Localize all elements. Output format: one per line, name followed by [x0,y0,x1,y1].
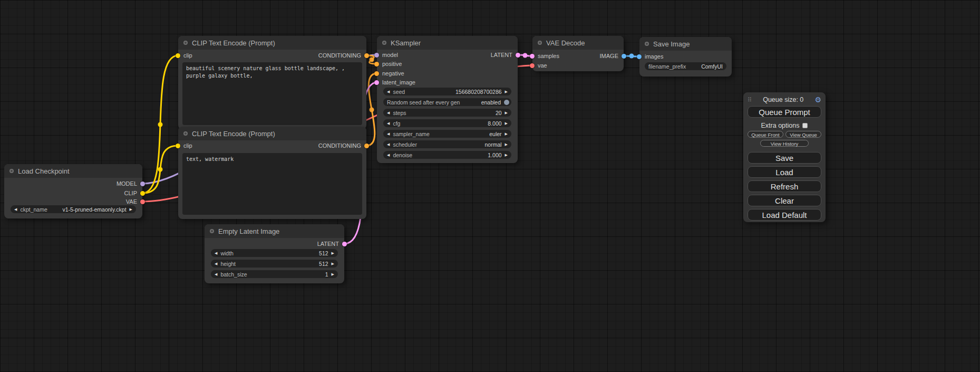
input-slot-latent-image[interactable]: latent_image [374,78,415,87]
collapse-dot-icon[interactable] [183,131,188,136]
increment-arrow-icon[interactable]: ▶ [332,251,334,255]
save-image-node[interactable]: Save Image images filename_prefix ComfyU… [639,37,732,77]
output-slot-latent[interactable]: LATENT [491,51,520,59]
clip-slot-dot[interactable] [176,144,180,148]
image-slot-dot[interactable] [637,54,642,59]
decrement-arrow-icon[interactable]: ◀ [215,262,217,265]
refresh-button[interactable]: Refresh [748,180,821,192]
link-midpoint-dot[interactable] [629,54,634,59]
collapse-dot-icon[interactable] [538,41,542,45]
save-button[interactable]: Save [748,152,821,164]
clip-text-encode-negative-node[interactable]: CLIP Text Encode (Prompt) clip CONDITION… [178,127,366,219]
image-slot-dot[interactable] [622,54,626,59]
random-seed-toggle-widget[interactable]: Random seed after every gen enabled [383,98,511,106]
collapse-dot-icon[interactable] [645,42,649,46]
node-title-bar[interactable]: Load Checkpoint [4,164,142,178]
ckpt-name-widget[interactable]: ◀ ckpt_name v1-5-pruned-emaonly.ckpt ▶ [11,205,136,213]
extra-options-checkbox[interactable] [802,123,808,128]
positive-prompt-textarea[interactable]: beautiful scenery nature glass bottle la… [182,62,362,125]
node-title-bar[interactable]: VAE Decode [532,36,624,50]
output-slot-conditioning[interactable]: CONDITIONING [318,51,369,60]
link-midpoint-dot[interactable] [370,108,374,112]
vae-decode-node[interactable]: VAE Decode samples vae IMAGE [532,36,624,71]
collapse-dot-icon[interactable] [9,169,14,173]
decrement-arrow-icon[interactable]: ◀ [215,272,217,276]
model-slot-dot[interactable] [374,53,379,58]
input-slot-clip[interactable]: clip [176,141,192,150]
input-slot-positive[interactable]: positive [374,60,402,68]
height-widget[interactable]: ◀ height 512 ▶ [211,260,338,268]
vae-slot-dot[interactable] [530,63,535,68]
increment-arrow-icon[interactable]: ▶ [505,111,508,115]
settings-gear-icon[interactable]: ⚙ [814,96,821,103]
decrement-arrow-icon[interactable]: ◀ [387,132,390,136]
filename-prefix-widget[interactable]: filename_prefix ComfyUI [645,62,726,70]
decrement-arrow-icon[interactable]: ◀ [215,251,217,255]
increment-arrow-icon[interactable]: ▶ [130,207,132,211]
increment-arrow-icon[interactable]: ▶ [505,153,508,157]
clip-slot-dot[interactable] [176,53,180,58]
output-slot-model[interactable]: MODEL [117,179,145,188]
conditioning-slot-dot[interactable] [364,144,369,148]
latent-slot-dot[interactable] [374,80,379,85]
latent-slot-dot[interactable] [530,54,535,59]
conditioning-slot-dot[interactable] [374,71,379,76]
increment-arrow-icon[interactable]: ▶ [505,142,508,146]
sampler-name-widget[interactable]: ◀ sampler_name euler ▶ [383,130,511,138]
conditioning-slot-dot[interactable] [364,53,369,58]
output-slot-clip[interactable]: CLIP [124,189,145,197]
queue-prompt-button[interactable]: Queue Prompt [748,106,821,118]
node-title-bar[interactable]: Empty Latent Image [205,224,344,238]
decrement-arrow-icon[interactable]: ◀ [387,121,390,125]
queue-front-button[interactable]: Queue Front [748,131,783,138]
load-checkpoint-node[interactable]: Load Checkpoint MODEL CLIP VAE ◀ ckpt_na… [4,164,142,218]
decrement-arrow-icon[interactable]: ◀ [387,153,390,157]
conditioning-slot-dot[interactable] [374,62,379,66]
node-title-bar[interactable]: CLIP Text Encode (Prompt) [178,127,366,140]
ksampler-node[interactable]: KSampler model positive negative latent_… [377,36,518,163]
input-slot-vae[interactable]: vae [530,61,547,70]
width-widget[interactable]: ◀ width 512 ▶ [211,249,338,257]
decrement-arrow-icon[interactable]: ◀ [387,90,390,93]
output-slot-vae[interactable]: VAE [126,197,145,206]
cfg-widget[interactable]: ◀ cfg 8.000 ▶ [383,119,511,127]
vae-slot-dot[interactable] [140,199,145,204]
increment-arrow-icon[interactable]: ▶ [332,262,334,265]
link-midpoint-dot[interactable] [523,53,528,58]
model-slot-dot[interactable] [140,182,145,186]
toggle-knob[interactable] [504,100,509,105]
decrement-arrow-icon[interactable]: ◀ [14,207,17,211]
link-midpoint-dot[interactable] [370,58,374,62]
increment-arrow-icon[interactable]: ▶ [332,272,334,276]
empty-latent-image-node[interactable]: Empty Latent Image LATENT ◀ width 512 ▶ … [205,224,344,283]
output-slot-latent[interactable]: LATENT [317,240,347,248]
latent-slot-dot[interactable] [342,242,347,246]
node-title-bar[interactable]: CLIP Text Encode (Prompt) [178,36,366,50]
drag-handle-icon[interactable]: ⠿ [748,97,752,103]
scheduler-widget[interactable]: ◀ scheduler normal ▶ [383,140,511,148]
clip-slot-dot[interactable] [140,191,145,196]
collapse-dot-icon[interactable] [183,41,188,45]
clip-text-encode-positive-node[interactable]: CLIP Text Encode (Prompt) clip CONDITION… [178,36,366,129]
link-midpoint-dot[interactable] [158,122,163,127]
seed-widget[interactable]: ◀ seed 156680208700286 ▶ [383,88,511,96]
load-default-button[interactable]: Load Default [748,209,821,221]
node-title-bar[interactable]: Save Image [639,37,732,51]
node-title-bar[interactable]: KSampler [377,36,518,50]
collapse-dot-icon[interactable] [210,229,214,233]
input-slot-clip[interactable]: clip [176,51,192,60]
output-slot-image[interactable]: IMAGE [600,52,626,60]
input-slot-samples[interactable]: samples [530,52,559,60]
clear-button[interactable]: Clear [748,195,821,206]
load-button[interactable]: Load [748,166,821,178]
latent-slot-dot[interactable] [516,53,520,58]
collapse-dot-icon[interactable] [382,41,386,45]
output-slot-conditioning[interactable]: CONDITIONING [318,141,369,150]
view-queue-button[interactable]: View Queue [785,131,821,138]
steps-widget[interactable]: ◀ steps 20 ▶ [383,109,511,117]
input-slot-images[interactable]: images [637,52,663,61]
increment-arrow-icon[interactable]: ▶ [505,121,508,125]
input-slot-model[interactable]: model [374,51,398,59]
negative-prompt-textarea[interactable]: text, watermark [182,153,362,215]
view-history-button[interactable]: View History [760,140,809,147]
